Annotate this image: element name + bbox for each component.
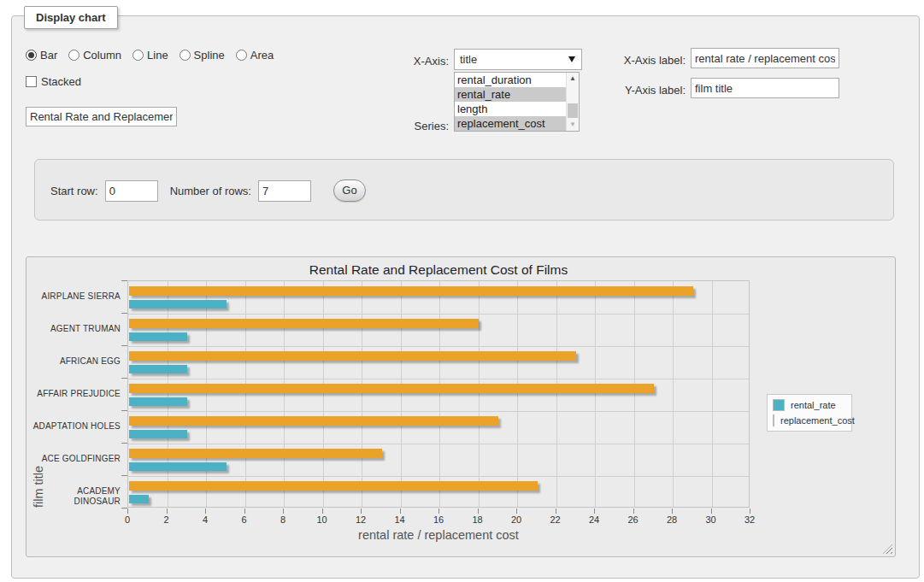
x-axis-tick-label: 22: [543, 514, 568, 525]
chart-title-input[interactable]: [26, 107, 177, 126]
stacked-checkbox-row[interactable]: Stacked: [26, 75, 81, 88]
bar-replacement-cost: [129, 416, 498, 426]
radio-bar[interactable]: Bar: [26, 49, 57, 62]
x-axis-tick-label: 14: [387, 514, 413, 525]
radio-icon[interactable]: [132, 50, 144, 61]
x-axis-tick: [516, 509, 517, 514]
chart-container: Rental Rate and Replacement Cost of Film…: [26, 256, 896, 557]
gridline-horizontal: [128, 411, 749, 412]
x-axis-label-label: X-Axis label:: [614, 54, 686, 67]
radio-label: Area: [250, 49, 274, 62]
series-option-rental_duration[interactable]: rental_duration: [455, 73, 566, 87]
y-axis-tick: [121, 378, 127, 379]
rows-form-box: Start row: Number of rows: Go: [34, 159, 894, 220]
x-axis-select[interactable]: title: [454, 49, 582, 70]
legend-row: rental_rate: [773, 399, 846, 411]
x-axis-label-input[interactable]: [691, 48, 839, 68]
x-axis-select-value: title: [460, 53, 477, 66]
chevron-down-icon: [568, 56, 575, 62]
radio-spline[interactable]: Spline: [180, 49, 225, 62]
radio-label: Bar: [40, 49, 57, 62]
bar-rental-rate: [129, 397, 187, 406]
num-rows-label: Number of rows:: [170, 185, 251, 197]
category-tick-label: AFFAIR PREJUDICE: [28, 389, 121, 399]
gridline-vertical: [673, 281, 674, 507]
gridline-horizontal: [128, 379, 749, 379]
legend-label: rental_rate: [791, 400, 836, 410]
radio-label: Spline: [194, 49, 225, 62]
x-axis-tick: [594, 509, 595, 514]
bar-rental-rate: [129, 495, 149, 503]
y-axis-tick: [121, 443, 127, 444]
start-row-input[interactable]: [105, 180, 158, 202]
radio-icon[interactable]: [180, 50, 191, 61]
x-axis-tick: [556, 509, 556, 514]
bar-rental-rate: [129, 300, 227, 309]
x-axis-tick-label: 0: [115, 514, 140, 525]
bar-replacement-cost: [129, 286, 693, 296]
legend-row: replacement_cost: [773, 414, 846, 426]
x-axis-tick-label: 18: [465, 514, 491, 525]
x-axis-tick-label: 6: [232, 514, 257, 525]
x-axis-tick: [438, 509, 439, 514]
x-axis-tick: [633, 509, 634, 514]
radio-icon[interactable]: [26, 50, 37, 61]
y-axis-tick: [121, 475, 127, 476]
bar-replacement-cost: [129, 481, 538, 491]
x-axis-tick: [167, 509, 168, 514]
radio-label: Column: [83, 49, 121, 62]
radio-icon[interactable]: [236, 50, 247, 61]
y-axis-label-input[interactable]: [691, 78, 839, 98]
x-axis-tick: [244, 509, 245, 514]
x-axis-tick-label: 12: [348, 514, 374, 525]
x-axis-select-label: X-Axis:: [368, 55, 449, 68]
x-axis-tick: [750, 509, 750, 514]
gridline-vertical: [595, 281, 596, 507]
radio-column[interactable]: Column: [68, 49, 121, 62]
radio-area[interactable]: Area: [236, 49, 274, 62]
chart-plot-area: [127, 280, 750, 508]
num-rows-input[interactable]: [258, 180, 311, 202]
x-axis-tick-label: 8: [270, 514, 296, 525]
stacked-checkbox[interactable]: [26, 76, 37, 87]
y-axis-tick: [121, 410, 127, 411]
chart-title: Rental Rate and Replacement Cost of Film…: [127, 262, 750, 278]
x-axis-tick: [711, 509, 712, 514]
x-axis-tick-label: 16: [426, 514, 451, 525]
x-axis-tick: [400, 509, 401, 514]
category-tick-label: ADAPTATION HOLES: [28, 421, 121, 432]
radio-line[interactable]: Line: [132, 49, 168, 62]
x-axis-tick: [361, 509, 362, 514]
bar-replacement-cost: [129, 351, 576, 361]
series-listbox[interactable]: rental_durationrental_ratelengthreplacem…: [454, 72, 580, 132]
scroll-down-icon[interactable]: ▼: [567, 119, 579, 131]
x-axis-tick: [205, 509, 206, 514]
series-option-length[interactable]: length: [455, 102, 566, 116]
x-axis-tick: [283, 509, 284, 514]
legend-swatch: [773, 414, 774, 426]
gridline-vertical: [479, 281, 480, 507]
series-option-rental_rate[interactable]: rental_rate: [455, 87, 566, 102]
radio-icon[interactable]: [68, 50, 79, 61]
category-tick-label: ACE GOLDFINGER: [28, 454, 121, 464]
y-axis-tick: [121, 280, 127, 281]
go-button[interactable]: Go: [333, 179, 366, 202]
series-scrollbar[interactable]: ▲ ▼: [566, 73, 579, 131]
series-option-replacement_cost[interactable]: replacement_cost: [455, 116, 566, 131]
y-axis-tick: [121, 508, 127, 509]
bar-rental-rate: [129, 462, 227, 471]
bar-replacement-cost: [129, 449, 382, 458]
stacked-label: Stacked: [41, 75, 81, 88]
scrollbar-thumb[interactable]: [568, 103, 578, 118]
series-label: Series:: [368, 120, 449, 132]
bar-replacement-cost: [129, 319, 479, 328]
category-tick-label: AFRICAN EGG: [28, 356, 121, 367]
gridline-vertical: [206, 281, 207, 507]
resize-grip-icon[interactable]: [883, 544, 892, 554]
gridline-vertical: [439, 281, 440, 507]
scroll-up-icon[interactable]: ▲: [567, 73, 579, 85]
gridline-vertical: [168, 281, 168, 507]
bar-rental-rate: [129, 430, 187, 438]
x-axis-tick-label: 26: [621, 514, 646, 525]
x-axis-tick-label: 2: [154, 514, 180, 525]
